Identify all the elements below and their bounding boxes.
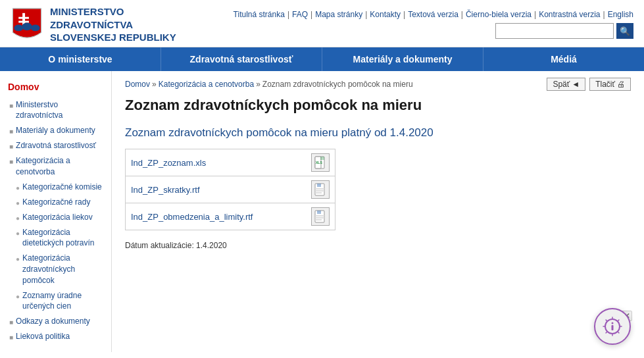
nav-link-titulna[interactable]: Titulná stránka: [234, 10, 285, 19]
nav-link-mapa[interactable]: Mapa stránky: [315, 10, 362, 19]
sidebar: Domov ■ Ministerstvo zdravotníctva ■ Mat…: [0, 71, 112, 353]
svg-rect-17: [315, 217, 324, 218]
bullet-icon: ●: [16, 214, 20, 223]
svg-point-4: [22, 22, 32, 30]
bullet-icon: ●: [16, 184, 20, 193]
top-header: MINISTERSTVO ZDRAVOTNÍCTVA SLOVENSKEJ RE…: [0, 0, 644, 47]
file-row-1: Ind_ZP_zoznam.xls XLS: [126, 149, 335, 176]
svg-point-21: [612, 322, 614, 324]
file-link-rtf2[interactable]: Ind_ZP_obmedzenia_a_limity.rtf: [131, 212, 306, 222]
sidebar-item-rady[interactable]: ● Kategorizačné rady: [0, 195, 111, 210]
sidebar-item-dieteticke[interactable]: ● Kategorizácia dietetických potravín: [0, 225, 111, 251]
file-link-rtf1[interactable]: Ind_ZP_skratky.rtf: [131, 185, 306, 195]
breadcrumb-links: Domov » Kategorizácia a cenotvorba » Zoz…: [125, 80, 413, 89]
nav-link-textova[interactable]: Textová verzia: [408, 10, 458, 19]
bullet-icon: ●: [16, 229, 20, 238]
sidebar-item-uradne-ceny[interactable]: ● Zoznamy úradne určených cien: [0, 288, 111, 315]
breadcrumb-domov[interactable]: Domov: [125, 80, 150, 89]
bullet-icon: ■: [9, 157, 13, 166]
sidebar-item-ministerstvo[interactable]: ■ Ministerstvo zdravotníctva: [0, 97, 111, 124]
svg-line-30: [606, 332, 607, 333]
bullet-icon: ●: [16, 292, 20, 301]
logo-area: MINISTERSTVO ZDRAVOTNÍCTVA SLOVENSKEJ RE…: [11, 5, 176, 44]
svg-rect-14: [317, 184, 321, 187]
back-arrow-icon: ◄: [572, 80, 580, 89]
search-button[interactable]: 🔍: [616, 23, 633, 39]
sidebar-item-zdravotnicke-pomocky[interactable]: ● Kategorizácia zdravotníckych pomôcok: [0, 251, 111, 288]
content-wrapper: Domov ■ Ministerstvo zdravotníctva ■ Mat…: [0, 71, 644, 353]
top-right-area: Titulná stránka | FAQ | Mapa stránky | K…: [234, 10, 633, 39]
svg-rect-19: [317, 211, 321, 214]
svg-rect-1: [18, 16, 29, 18]
nav-link-english[interactable]: English: [608, 10, 633, 19]
sidebar-item-kategorizacia[interactable]: ■ Kategorizácia a cenotvorba: [0, 153, 111, 180]
nav-o-ministerstve[interactable]: O ministerstve: [0, 47, 161, 71]
main-navigation: O ministerstve Zdravotná starostlivosť M…: [0, 47, 644, 71]
breadcrumb-actions: Späť ◄ Tlačiť 🖨: [547, 78, 631, 91]
file-row-2: Ind_ZP_skratky.rtf: [126, 176, 335, 203]
sidebar-item-liekova[interactable]: ■ Lieková politika: [0, 329, 111, 344]
sidebar-domov[interactable]: Domov: [0, 79, 111, 97]
breadcrumb: Domov » Kategorizácia a cenotvorba » Zoz…: [125, 78, 631, 91]
back-button[interactable]: Späť ◄: [547, 78, 585, 91]
svg-line-27: [606, 320, 607, 320]
bullet-icon: ■: [9, 333, 13, 342]
nav-media[interactable]: Médiá: [483, 47, 644, 71]
bullet-icon: ■: [9, 142, 13, 151]
sidebar-item-komisie[interactable]: ● Kategorizačné komisie: [0, 180, 111, 195]
svg-rect-11: [315, 188, 324, 190]
nav-link-kontrastna[interactable]: Kontrastná verzia: [539, 10, 600, 19]
bullet-icon: ●: [16, 199, 20, 208]
svg-rect-9: [320, 157, 324, 160]
file-icon-xls: XLS: [311, 153, 330, 172]
file-link-xls[interactable]: Ind_ZP_zoznam.xls: [131, 158, 306, 168]
svg-point-5: [31, 24, 40, 31]
page-title: Zoznam zdravotníckych pomôcok na mieru: [125, 96, 631, 115]
search-bar: 🔍: [495, 23, 633, 39]
bullet-icon: ■: [9, 101, 13, 111]
update-date: Dátum aktualizácie: 1.4.2020: [125, 241, 631, 250]
nav-link-ciernobiela[interactable]: Čierno-biela verzia: [466, 10, 532, 19]
svg-rect-2: [18, 20, 29, 22]
svg-line-28: [618, 332, 619, 333]
bullet-icon: ●: [16, 255, 20, 264]
svg-rect-12: [315, 190, 324, 192]
sidebar-item-materialy[interactable]: ■ Materiály a dokumenty: [0, 123, 111, 138]
svg-text:XLS: XLS: [316, 161, 322, 165]
bullet-icon: ■: [9, 127, 13, 136]
file-icon-rtf1: [311, 180, 330, 199]
bullet-icon: ■: [9, 318, 13, 327]
info-widget[interactable]: [594, 308, 631, 345]
nav-materialy[interactable]: Materiály a dokumenty: [322, 47, 483, 71]
svg-rect-22: [612, 325, 614, 330]
sidebar-item-zdravotna[interactable]: ■ Zdravotná starostlivosť: [0, 138, 111, 153]
nav-link-faq[interactable]: FAQ: [292, 10, 308, 19]
logo-text: MINISTERSTVO ZDRAVOTNÍCTVA SLOVENSKEJ RE…: [50, 5, 176, 44]
nav-zdravotna[interactable]: Zdravotná starostlivosť: [161, 47, 322, 71]
top-nav-links: Titulná stránka | FAQ | Mapa stránky | K…: [234, 10, 633, 19]
svg-point-3: [14, 24, 23, 31]
svg-rect-16: [315, 215, 324, 217]
print-icon: 🖨: [617, 80, 625, 89]
svg-line-29: [618, 320, 619, 320]
section-title: Zoznam zdravotníckych pomôcok na mieru p…: [125, 126, 631, 140]
file-row-3: Ind_ZP_obmedzenia_a_limity.rtf: [126, 203, 335, 230]
breadcrumb-kategorizacia[interactable]: Kategorizácia a cenotvorba: [159, 80, 254, 89]
info-virus-icon: [603, 317, 622, 336]
search-input[interactable]: [495, 23, 614, 39]
svg-rect-13: [315, 192, 322, 193]
breadcrumb-current: Zoznam zdravotníckych pomôcok na mieru: [262, 80, 413, 89]
nav-link-kontakty[interactable]: Kontakty: [370, 10, 401, 19]
main-content: Domov » Kategorizácia a cenotvorba » Zoz…: [112, 71, 644, 353]
file-icon-rtf2: [311, 207, 330, 226]
sidebar-item-odkazy[interactable]: ■ Odkazy a dokumenty: [0, 314, 111, 329]
svg-rect-18: [315, 219, 322, 220]
sidebar-item-liekov[interactable]: ● Kategorizácia liekov: [0, 210, 111, 225]
print-button[interactable]: Tlačiť 🖨: [589, 78, 631, 91]
file-table: Ind_ZP_zoznam.xls XLS Ind_ZP_skratky.rtf: [125, 149, 335, 230]
logo-shield-icon: [11, 7, 43, 43]
